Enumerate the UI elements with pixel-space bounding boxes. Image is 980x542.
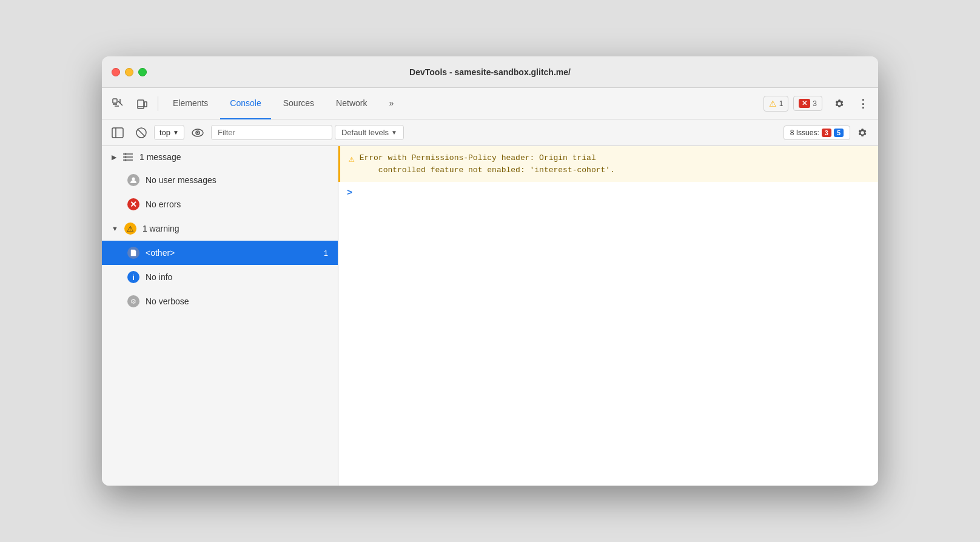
console-settings-button[interactable] <box>853 125 873 141</box>
close-button[interactable] <box>112 68 120 76</box>
console-warning-entry: ⚠ Error with Permissions-Policy header: … <box>338 146 878 182</box>
sidebar-item-info[interactable]: i No info <box>102 265 338 289</box>
context-selector[interactable]: top ▼ <box>154 125 184 140</box>
console-sidebar: ▶ 1 message <box>102 146 338 486</box>
gear-icon <box>834 98 845 109</box>
inspect-icon-button[interactable] <box>107 95 129 112</box>
inspect-icon <box>112 98 124 110</box>
tab-console[interactable]: Console <box>220 88 270 119</box>
issues-counter[interactable]: 8 Issues: 3 5 <box>784 125 850 140</box>
collapse-arrow-icon: ▶ <box>112 153 116 161</box>
clear-console-button[interactable] <box>131 125 152 141</box>
tab-elements[interactable]: Elements <box>163 88 218 119</box>
titlebar: DevTools - samesite-sandbox.glitch.me/ <box>102 56 878 88</box>
window-title: DevTools - samesite-sandbox.glitch.me/ <box>409 67 571 77</box>
more-options-button[interactable]: ⋮ <box>853 97 873 110</box>
console-prompt-line[interactable]: > <box>338 182 878 204</box>
svg-point-15 <box>125 156 127 158</box>
error-badge: ✕ <box>799 99 810 108</box>
verbose-icon: ⚙ <box>127 295 139 307</box>
sidebar-item-user-messages[interactable]: No user messages <box>102 168 338 192</box>
svg-point-14 <box>125 153 127 155</box>
sidebar-item-warnings[interactable]: ▼ ⚠ 1 warning <box>102 216 338 241</box>
file-icon <box>127 247 139 259</box>
traffic-lights <box>112 68 147 76</box>
console-output: ⚠ Error with Permissions-Policy header: … <box>338 146 878 486</box>
warning-icon: ⚠ <box>124 222 136 235</box>
svg-rect-1 <box>138 100 144 109</box>
tab-network[interactable]: Network <box>326 88 377 119</box>
warnings-badge-button[interactable]: ⚠ 1 <box>764 96 789 112</box>
tab-more[interactable]: » <box>379 88 403 119</box>
console-warning-text: Error with Permissions-Policy header: Or… <box>360 152 615 176</box>
user-icon <box>127 174 139 186</box>
tab-sources[interactable]: Sources <box>274 88 324 119</box>
errors-badge-button[interactable]: ✕ 3 <box>793 96 822 111</box>
devtools-window: DevTools - samesite-sandbox.glitch.me/ E… <box>102 56 878 486</box>
device-icon <box>136 98 148 110</box>
live-expressions-button[interactable] <box>187 125 209 140</box>
svg-rect-4 <box>112 128 123 138</box>
clear-icon <box>136 127 147 138</box>
sidebar-icon <box>112 127 124 138</box>
eye-icon <box>192 128 204 138</box>
levels-arrow-icon: ▼ <box>391 129 397 136</box>
toolbar-divider <box>158 96 158 111</box>
minimize-button[interactable] <box>125 68 133 76</box>
sidebar-item-errors[interactable]: ✕ No errors <box>102 192 338 216</box>
sidebar-toggle-button[interactable] <box>107 125 129 141</box>
filter-input[interactable] <box>211 125 332 140</box>
maximize-button[interactable] <box>138 68 147 76</box>
svg-rect-2 <box>144 102 147 107</box>
issues-error-badge: 3 <box>822 129 831 137</box>
console-toolbar: top ▼ Default levels ▼ 8 Issues: 3 <box>102 119 878 146</box>
svg-line-7 <box>138 129 145 136</box>
device-toggle-button[interactable] <box>131 95 153 112</box>
svg-point-16 <box>125 159 127 161</box>
svg-point-10 <box>196 132 198 133</box>
sidebar-item-verbose[interactable]: ⚙ No verbose <box>102 289 338 313</box>
issues-info-badge: 5 <box>834 129 844 137</box>
svg-point-17 <box>132 178 135 181</box>
warn-icon: ⚠ <box>769 99 777 109</box>
list-icon <box>122 153 133 161</box>
error-icon: ✕ <box>127 198 139 210</box>
info-icon: i <box>127 271 139 283</box>
svg-rect-0 <box>113 99 117 103</box>
main-toolbar: Elements Console Sources Network » ⚠ 1 ✕… <box>102 88 878 119</box>
prompt-symbol: > <box>347 188 352 198</box>
log-levels-dropdown[interactable]: Default levels ▼ <box>335 125 404 140</box>
main-area: ▶ 1 message <box>102 146 878 486</box>
expand-arrow-icon: ▼ <box>112 225 118 232</box>
sidebar-item-other[interactable]: <other> 1 <box>102 241 338 265</box>
dropdown-arrow-icon: ▼ <box>173 129 179 136</box>
console-gear-icon <box>858 127 868 138</box>
warning-triangle-icon: ⚠ <box>349 152 355 176</box>
sidebar-item-messages[interactable]: ▶ 1 message <box>102 146 338 168</box>
settings-button[interactable] <box>830 96 850 112</box>
